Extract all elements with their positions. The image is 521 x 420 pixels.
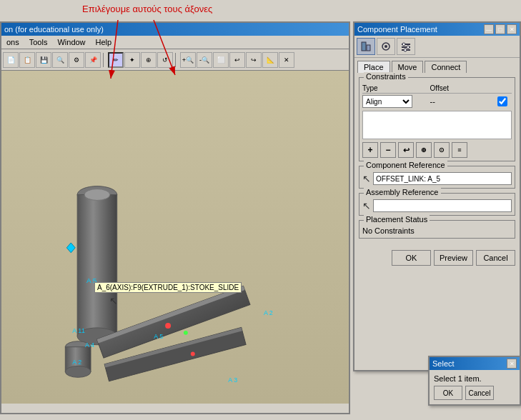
- component-reference-group: Component Reference ↖: [359, 166, 515, 189]
- menu-window[interactable]: Window: [55, 37, 87, 47]
- cp-titlebar: Component Placement — □ ✕: [354, 23, 520, 36]
- cp-toolbar: [354, 36, 520, 58]
- svg-text:A 4: A 4: [85, 341, 94, 349]
- cp-tabs: Place Move Connect: [354, 58, 520, 73]
- component-ref-cursor-icon: ↖: [362, 173, 371, 184]
- component-ref-input[interactable]: [373, 172, 512, 185]
- cp-tab-connect[interactable]: Connect: [425, 61, 467, 73]
- constraints-title: Constraints: [364, 72, 408, 81]
- col-type: Type: [362, 84, 430, 92]
- remove-constraint-btn[interactable]: −: [380, 142, 396, 158]
- menu-tools[interactable]: Tools: [27, 37, 50, 47]
- svg-rect-28: [362, 42, 366, 51]
- cp-close-btn[interactable]: ✕: [507, 24, 517, 34]
- cp-ok-button[interactable]: OK: [392, 250, 431, 266]
- constraint-btn-6[interactable]: ≡: [452, 142, 467, 158]
- cad-titlebar: on (for educational use only): [1, 23, 349, 36]
- toolbar-btn-2[interactable]: 📋: [19, 52, 35, 68]
- assembly-ref-cursor-icon: ↖: [362, 200, 371, 211]
- svg-rect-6: [77, 195, 117, 336]
- add-constraint-btn[interactable]: +: [362, 142, 378, 158]
- toolbar-btn-measure[interactable]: 📐: [262, 52, 278, 68]
- 3d-scene-svg: A 5 A 11 A 4 A 2 A 5 A 2 A 3: [1, 71, 349, 404]
- toolbar-btn-1[interactable]: 📄: [3, 52, 19, 68]
- component-ref-row: ↖: [362, 172, 512, 185]
- toolbar-btn-4[interactable]: 🔍: [52, 52, 68, 68]
- assembly-ref-title: Assembly Reference: [364, 188, 441, 196]
- cad-viewport[interactable]: A 5 A 11 A 4 A 2 A 5 A 2 A 3: [1, 71, 349, 404]
- constraints-group: Constraints Type Offset Align Mate Inser…: [359, 77, 515, 161]
- constraint-type-select[interactable]: Align Mate Insert Tangent: [362, 95, 412, 108]
- cp-titlebar-icons: — □ ✕: [484, 24, 517, 34]
- toolbar-btn-redo[interactable]: ↪: [246, 52, 262, 68]
- menu-help[interactable]: Help: [94, 37, 114, 47]
- svg-text:A 11: A 11: [72, 327, 85, 334]
- select-content: Select 1 item. OK Cancel: [430, 370, 520, 404]
- select-message: Select 1 item.: [434, 373, 515, 384]
- toolbar-btn-6[interactable]: 📌: [85, 52, 101, 68]
- select-ok-btn[interactable]: OK: [434, 386, 462, 400]
- cp-tab-move[interactable]: Move: [392, 61, 424, 73]
- cp-tool-view[interactable]: [377, 38, 395, 55]
- axis-tooltip: A_6(AXIS):F9(EXTRUDE_1):STOKE_SLIDE: [94, 282, 242, 293]
- constraint-checkbox[interactable]: [497, 96, 507, 106]
- svg-text:A 2: A 2: [72, 359, 81, 366]
- constraint-btn-4[interactable]: ⊕: [416, 142, 432, 158]
- select-close-btn[interactable]: ✕: [507, 359, 517, 369]
- toolbar-btn-select[interactable]: ✦: [124, 52, 140, 68]
- assembly-ref-row: ↖: [362, 199, 512, 212]
- toolbar-btn-edit[interactable]: ✏: [108, 52, 124, 68]
- component-ref-title: Component Reference: [364, 161, 447, 169]
- cp-bottom-buttons: OK Preview Cancel: [354, 247, 520, 269]
- constraints-empty-area: [362, 111, 512, 139]
- flip-constraint-btn[interactable]: ↩: [398, 142, 414, 158]
- svg-point-35: [402, 43, 405, 46]
- toolbar-btn-move[interactable]: ⊕: [141, 52, 157, 68]
- select-title: Select: [432, 359, 455, 368]
- constraint-action-row: + − ↩ ⊕ ⊙ ≡: [362, 142, 512, 158]
- svg-rect-29: [367, 45, 370, 51]
- placement-status-group: Placement Status No Constraints: [359, 220, 515, 239]
- toolbar-btn-zoomin[interactable]: +🔍: [180, 52, 196, 68]
- constraint-row: Align Mate Insert Tangent --: [362, 95, 512, 108]
- svg-point-26: [191, 352, 195, 356]
- svg-text:A 2: A 2: [264, 309, 273, 316]
- svg-point-37: [404, 49, 407, 51]
- svg-text:↖: ↖: [109, 295, 118, 306]
- toolbar-btn-undo[interactable]: ↩: [229, 52, 245, 68]
- svg-text:A 3: A 3: [228, 376, 237, 384]
- cp-tab-place[interactable]: Place: [357, 61, 390, 73]
- assembly-ref-input[interactable]: [373, 199, 512, 212]
- menu-ons[interactable]: ons: [4, 37, 21, 47]
- svg-point-31: [384, 45, 387, 48]
- toolbar-btn-fit[interactable]: ⬜: [213, 52, 229, 68]
- svg-point-36: [407, 46, 410, 49]
- component-placement-panel: Component Placement — □ ✕: [353, 21, 521, 371]
- cp-tool-settings[interactable]: [397, 38, 415, 55]
- svg-point-8: [84, 189, 110, 201]
- toolbar-btn-3[interactable]: 💾: [36, 52, 51, 68]
- cp-title: Component Placement: [357, 25, 437, 34]
- select-dialog: Select ✕ Select 1 item. OK Cancel: [428, 356, 521, 406]
- select-cancel-btn[interactable]: Cancel: [465, 386, 494, 400]
- toolbar-btn-delete[interactable]: ✕: [279, 52, 294, 68]
- toolbar-btn-zoomout[interactable]: -🔍: [197, 52, 212, 68]
- cp-preview-button[interactable]: Preview: [434, 250, 473, 266]
- col-offset: Offset: [430, 84, 498, 92]
- constraints-header: Type Offset: [362, 84, 512, 94]
- cad-window: on (for educational use only) ons Tools …: [0, 21, 350, 414]
- cad-menubar: ons Tools Window Help: [1, 36, 349, 49]
- assembly-reference-group: Assembly Reference ↖: [359, 193, 515, 216]
- cp-cancel-button[interactable]: Cancel: [476, 250, 515, 266]
- cp-maximize-btn[interactable]: □: [495, 24, 505, 34]
- toolbar-separator-2: [175, 53, 178, 67]
- constraint-btn-5[interactable]: ⊙: [434, 142, 450, 158]
- placement-status-title: Placement Status: [364, 215, 430, 224]
- cp-minimize-btn[interactable]: —: [484, 24, 494, 34]
- toolbar-btn-rotate[interactable]: ↺: [157, 52, 173, 68]
- cad-toolbar: 📄 📋 💾 🔍 ⚙ 📌 ✏ ✦ ⊕ ↺ +🔍 -🔍 ⬜ ↩ ↪ 📐 ✕: [1, 49, 349, 71]
- toolbar-btn-5[interactable]: ⚙: [69, 52, 84, 68]
- cp-tool-place[interactable]: [357, 38, 375, 55]
- annotation-text: Επιλέγουμε αυτούς τους άξονες: [82, 4, 212, 14]
- constraint-offset-val: --: [430, 97, 498, 106]
